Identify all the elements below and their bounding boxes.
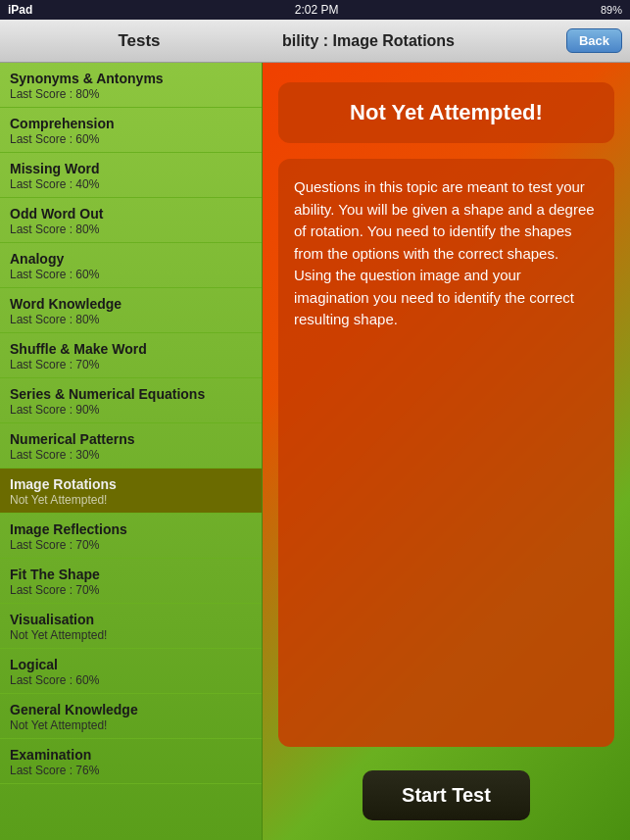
status-device: iPad — [8, 3, 32, 17]
sidebar-item-title: Examination — [10, 747, 252, 763]
sidebar-item-score: Last Score : 80% — [10, 87, 252, 101]
not-attempted-banner: Not Yet Attempted! — [278, 82, 614, 143]
sidebar-item-visualisation[interactable]: VisualisationNot Yet Attempted! — [0, 604, 262, 649]
sidebar-item-numerical-patterns[interactable]: Numerical PatternsLast Score : 30% — [0, 423, 262, 469]
sidebar-item-word-knowledge[interactable]: Word KnowledgeLast Score : 80% — [0, 288, 262, 333]
content-area: Not Yet Attempted! Questions in this top… — [263, 63, 630, 840]
sidebar-item-score: Not Yet Attempted! — [10, 628, 252, 642]
sidebar-item-score: Last Score : 70% — [10, 358, 252, 371]
back-button[interactable]: Back — [566, 28, 622, 53]
status-battery: 89% — [601, 4, 622, 16]
sidebar-item-score: Last Score : 60% — [10, 132, 252, 146]
sidebar-item-title: Image Reflections — [10, 521, 252, 537]
sidebar-item-score: Last Score : 30% — [10, 448, 252, 462]
sidebar-item-general-knowledge[interactable]: General KnowledgeNot Yet Attempted! — [0, 694, 262, 739]
sidebar-item-analogy[interactable]: AnalogyLast Score : 60% — [0, 243, 262, 288]
sidebar-item-series-numerical[interactable]: Series & Numerical EquationsLast Score :… — [0, 378, 262, 423]
sidebar-item-title: Missing Word — [10, 161, 252, 176]
sidebar-item-synonyms[interactable]: Synonyms & AntonymsLast Score : 80% — [0, 63, 262, 108]
sidebar-item-title: Logical — [10, 657, 252, 672]
sidebar-item-image-reflections[interactable]: Image ReflectionsLast Score : 70% — [0, 514, 262, 559]
sidebar-item-score: Last Score : 70% — [10, 583, 252, 597]
sidebar-item-title: Series & Numerical Equations — [10, 386, 252, 402]
sidebar-item-score: Last Score : 60% — [10, 268, 252, 281]
sidebar-item-score: Not Yet Attempted! — [10, 493, 252, 507]
sidebar-item-title: Odd Word Out — [10, 206, 252, 222]
sidebar-item-comprehension[interactable]: ComprehensionLast Score : 60% — [0, 108, 262, 153]
sidebar-item-shuffle-make-word[interactable]: Shuffle & Make WordLast Score : 70% — [0, 333, 262, 378]
sidebar: Synonyms & AntonymsLast Score : 80%Compr… — [0, 63, 263, 840]
header-bar: Tests bility : Image Rotations Back — [0, 20, 630, 63]
sidebar-item-title: Shuffle & Make Word — [10, 341, 252, 357]
header-left-title: Tests — [8, 31, 270, 51]
sidebar-item-title: Numerical Patterns — [10, 431, 252, 447]
description-box: Questions in this topic are meant to tes… — [278, 159, 614, 747]
sidebar-item-score: Last Score : 80% — [10, 313, 252, 326]
sidebar-item-title: Comprehension — [10, 116, 252, 131]
sidebar-item-score: Not Yet Attempted! — [10, 718, 252, 732]
sidebar-item-title: Visualisation — [10, 612, 252, 627]
sidebar-item-score: Last Score : 90% — [10, 403, 252, 417]
sidebar-item-title: General Knowledge — [10, 702, 252, 717]
sidebar-item-title: Image Rotations — [10, 476, 252, 492]
sidebar-item-examination[interactable]: ExaminationLast Score : 76% — [0, 739, 262, 784]
sidebar-item-title: Fit The Shape — [10, 567, 252, 582]
start-test-button[interactable]: Start Test — [363, 770, 530, 820]
sidebar-item-logical[interactable]: LogicalLast Score : 60% — [0, 649, 262, 694]
main-layout: Synonyms & AntonymsLast Score : 80%Compr… — [0, 63, 630, 840]
sidebar-item-fit-the-shape[interactable]: Fit The ShapeLast Score : 70% — [0, 559, 262, 604]
sidebar-item-score: Last Score : 40% — [10, 177, 252, 191]
status-time: 2:02 PM — [295, 3, 339, 17]
header-right-title: bility : Image Rotations — [270, 32, 566, 50]
sidebar-item-title: Analogy — [10, 251, 252, 267]
sidebar-item-score: Last Score : 80% — [10, 222, 252, 236]
sidebar-item-image-rotations[interactable]: Image RotationsNot Yet Attempted! — [0, 469, 262, 514]
sidebar-item-score: Last Score : 60% — [10, 673, 252, 687]
sidebar-item-missing-word[interactable]: Missing WordLast Score : 40% — [0, 153, 262, 198]
sidebar-item-title: Synonyms & Antonyms — [10, 71, 252, 86]
sidebar-item-score: Last Score : 70% — [10, 538, 252, 552]
sidebar-item-odd-word-out[interactable]: Odd Word OutLast Score : 80% — [0, 198, 262, 243]
sidebar-item-score: Last Score : 76% — [10, 764, 252, 777]
sidebar-item-title: Word Knowledge — [10, 296, 252, 312]
status-bar: iPad 2:02 PM 89% — [0, 0, 630, 20]
